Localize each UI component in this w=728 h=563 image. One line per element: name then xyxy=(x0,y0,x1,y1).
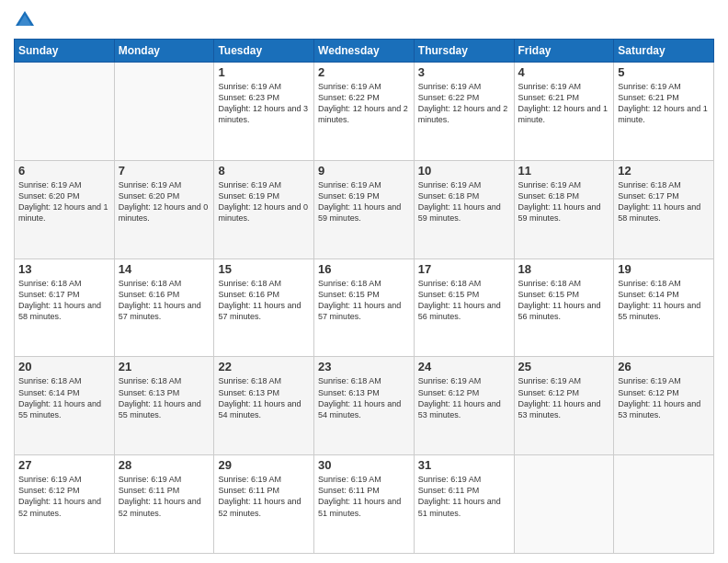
col-header-monday: Monday xyxy=(114,40,214,63)
logo-icon xyxy=(14,9,36,31)
day-number: 20 xyxy=(18,360,110,373)
week-row-3: 13Sunrise: 6:18 AM Sunset: 6:17 PM Dayli… xyxy=(15,259,714,357)
day-info: Sunrise: 6:19 AM Sunset: 6:20 PM Dayligh… xyxy=(119,179,210,224)
col-header-wednesday: Wednesday xyxy=(314,40,415,63)
calendar-cell: 9Sunrise: 6:19 AM Sunset: 6:19 PM Daylig… xyxy=(314,160,415,259)
day-number: 13 xyxy=(18,262,110,276)
calendar-cell: 8Sunrise: 6:19 AM Sunset: 6:19 PM Daylig… xyxy=(214,160,314,259)
day-number: 1 xyxy=(218,65,310,79)
day-number: 23 xyxy=(318,360,410,373)
day-number: 25 xyxy=(518,360,610,373)
day-number: 26 xyxy=(618,360,710,373)
day-info: Sunrise: 6:19 AM Sunset: 6:20 PM Dayligh… xyxy=(18,179,110,224)
week-row-4: 20Sunrise: 6:18 AM Sunset: 6:14 PM Dayli… xyxy=(15,357,714,455)
calendar-cell: 18Sunrise: 6:18 AM Sunset: 6:15 PM Dayli… xyxy=(514,259,614,357)
day-info: Sunrise: 6:18 AM Sunset: 6:16 PM Dayligh… xyxy=(119,278,210,323)
day-info: Sunrise: 6:18 AM Sunset: 6:13 PM Dayligh… xyxy=(119,375,210,420)
calendar-cell: 19Sunrise: 6:18 AM Sunset: 6:14 PM Dayli… xyxy=(614,259,714,357)
day-number: 27 xyxy=(18,458,110,472)
calendar-cell: 3Sunrise: 6:19 AM Sunset: 6:22 PM Daylig… xyxy=(414,63,514,161)
day-number: 14 xyxy=(119,262,210,276)
day-info: Sunrise: 6:18 AM Sunset: 6:17 PM Dayligh… xyxy=(18,278,110,323)
calendar-cell: 7Sunrise: 6:19 AM Sunset: 6:20 PM Daylig… xyxy=(114,160,214,259)
day-info: Sunrise: 6:19 AM Sunset: 6:19 PM Dayligh… xyxy=(318,179,410,224)
calendar-cell xyxy=(514,455,614,554)
day-number: 11 xyxy=(518,164,610,178)
calendar-cell: 27Sunrise: 6:19 AM Sunset: 6:12 PM Dayli… xyxy=(15,455,115,554)
calendar-cell xyxy=(614,455,714,554)
day-number: 8 xyxy=(218,164,310,178)
day-info: Sunrise: 6:18 AM Sunset: 6:14 PM Dayligh… xyxy=(18,375,110,420)
day-info: Sunrise: 6:19 AM Sunset: 6:12 PM Dayligh… xyxy=(18,474,110,519)
day-number: 15 xyxy=(218,262,310,276)
day-number: 19 xyxy=(618,262,710,276)
day-number: 4 xyxy=(518,65,610,79)
day-number: 17 xyxy=(418,262,510,276)
day-info: Sunrise: 6:19 AM Sunset: 6:22 PM Dayligh… xyxy=(318,81,410,126)
day-number: 10 xyxy=(418,164,510,178)
day-info: Sunrise: 6:19 AM Sunset: 6:18 PM Dayligh… xyxy=(518,179,610,224)
day-info: Sunrise: 6:19 AM Sunset: 6:11 PM Dayligh… xyxy=(318,474,410,519)
day-number: 2 xyxy=(318,65,410,79)
calendar-cell: 29Sunrise: 6:19 AM Sunset: 6:11 PM Dayli… xyxy=(214,455,314,554)
day-info: Sunrise: 6:18 AM Sunset: 6:15 PM Dayligh… xyxy=(518,278,610,323)
calendar-cell: 24Sunrise: 6:19 AM Sunset: 6:12 PM Dayli… xyxy=(414,357,514,455)
logo xyxy=(14,9,40,31)
calendar-cell: 28Sunrise: 6:19 AM Sunset: 6:11 PM Dayli… xyxy=(114,455,214,554)
day-info: Sunrise: 6:19 AM Sunset: 6:11 PM Dayligh… xyxy=(418,474,510,519)
day-number: 21 xyxy=(119,360,210,373)
calendar-cell: 5Sunrise: 6:19 AM Sunset: 6:21 PM Daylig… xyxy=(614,63,714,161)
week-row-5: 27Sunrise: 6:19 AM Sunset: 6:12 PM Dayli… xyxy=(15,455,714,554)
day-info: Sunrise: 6:19 AM Sunset: 6:12 PM Dayligh… xyxy=(518,375,610,420)
calendar-cell: 14Sunrise: 6:18 AM Sunset: 6:16 PM Dayli… xyxy=(114,259,214,357)
day-info: Sunrise: 6:18 AM Sunset: 6:16 PM Dayligh… xyxy=(218,278,310,323)
day-info: Sunrise: 6:19 AM Sunset: 6:23 PM Dayligh… xyxy=(218,81,310,126)
day-info: Sunrise: 6:19 AM Sunset: 6:21 PM Dayligh… xyxy=(618,81,710,126)
day-number: 22 xyxy=(218,360,310,373)
col-header-thursday: Thursday xyxy=(414,40,514,63)
week-row-1: 1Sunrise: 6:19 AM Sunset: 6:23 PM Daylig… xyxy=(15,63,714,161)
calendar-cell: 11Sunrise: 6:19 AM Sunset: 6:18 PM Dayli… xyxy=(514,160,614,259)
col-header-tuesday: Tuesday xyxy=(214,40,314,63)
calendar-cell: 6Sunrise: 6:19 AM Sunset: 6:20 PM Daylig… xyxy=(15,160,115,259)
day-info: Sunrise: 6:19 AM Sunset: 6:22 PM Dayligh… xyxy=(418,81,510,126)
day-info: Sunrise: 6:19 AM Sunset: 6:12 PM Dayligh… xyxy=(418,375,510,420)
day-info: Sunrise: 6:19 AM Sunset: 6:19 PM Dayligh… xyxy=(218,179,310,224)
calendar-cell: 16Sunrise: 6:18 AM Sunset: 6:15 PM Dayli… xyxy=(314,259,415,357)
calendar-cell: 1Sunrise: 6:19 AM Sunset: 6:23 PM Daylig… xyxy=(214,63,314,161)
calendar-cell: 31Sunrise: 6:19 AM Sunset: 6:11 PM Dayli… xyxy=(414,455,514,554)
day-number: 5 xyxy=(618,65,710,79)
day-info: Sunrise: 6:18 AM Sunset: 6:14 PM Dayligh… xyxy=(618,278,710,323)
calendar-cell: 15Sunrise: 6:18 AM Sunset: 6:16 PM Dayli… xyxy=(214,259,314,357)
day-number: 30 xyxy=(318,458,410,472)
day-info: Sunrise: 6:18 AM Sunset: 6:17 PM Dayligh… xyxy=(618,179,710,224)
calendar-table: SundayMondayTuesdayWednesdayThursdayFrid… xyxy=(14,39,714,554)
calendar-cell: 25Sunrise: 6:19 AM Sunset: 6:12 PM Dayli… xyxy=(514,357,614,455)
day-number: 12 xyxy=(618,164,710,178)
day-number: 16 xyxy=(318,262,410,276)
calendar-header-row: SundayMondayTuesdayWednesdayThursdayFrid… xyxy=(15,40,714,63)
calendar-cell xyxy=(15,63,115,161)
calendar-cell: 30Sunrise: 6:19 AM Sunset: 6:11 PM Dayli… xyxy=(314,455,415,554)
calendar-cell: 21Sunrise: 6:18 AM Sunset: 6:13 PM Dayli… xyxy=(114,357,214,455)
day-number: 28 xyxy=(119,458,210,472)
day-info: Sunrise: 6:19 AM Sunset: 6:11 PM Dayligh… xyxy=(218,474,310,519)
calendar-cell: 26Sunrise: 6:19 AM Sunset: 6:12 PM Dayli… xyxy=(614,357,714,455)
page: SundayMondayTuesdayWednesdayThursdayFrid… xyxy=(0,0,728,563)
calendar-cell: 2Sunrise: 6:19 AM Sunset: 6:22 PM Daylig… xyxy=(314,63,415,161)
day-number: 6 xyxy=(18,164,110,178)
day-info: Sunrise: 6:19 AM Sunset: 6:18 PM Dayligh… xyxy=(418,179,510,224)
week-row-2: 6Sunrise: 6:19 AM Sunset: 6:20 PM Daylig… xyxy=(15,160,714,259)
calendar-cell: 17Sunrise: 6:18 AM Sunset: 6:15 PM Dayli… xyxy=(414,259,514,357)
day-number: 24 xyxy=(418,360,510,373)
calendar-cell: 20Sunrise: 6:18 AM Sunset: 6:14 PM Dayli… xyxy=(15,357,115,455)
calendar-cell: 22Sunrise: 6:18 AM Sunset: 6:13 PM Dayli… xyxy=(214,357,314,455)
col-header-friday: Friday xyxy=(514,40,614,63)
calendar-cell xyxy=(114,63,214,161)
day-number: 9 xyxy=(318,164,410,178)
day-number: 7 xyxy=(119,164,210,178)
day-number: 3 xyxy=(418,65,510,79)
day-number: 29 xyxy=(218,458,310,472)
day-info: Sunrise: 6:18 AM Sunset: 6:15 PM Dayligh… xyxy=(418,278,510,323)
day-number: 18 xyxy=(518,262,610,276)
